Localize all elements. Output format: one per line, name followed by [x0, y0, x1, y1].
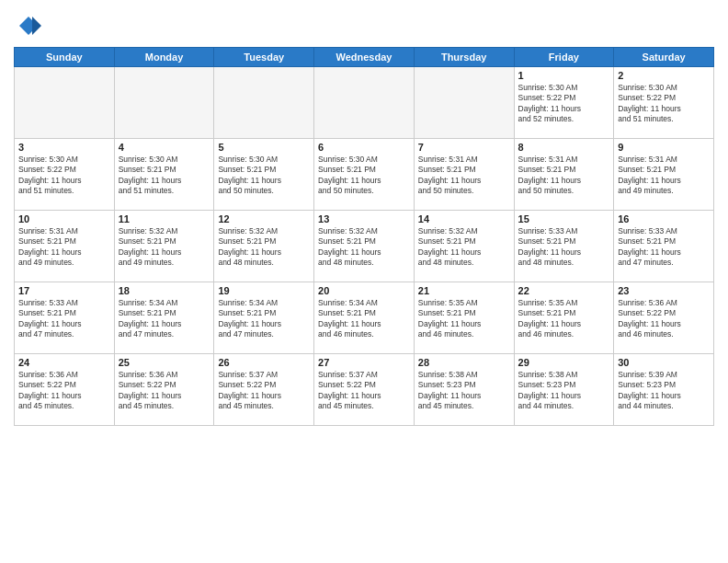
day-info: Sunrise: 5:34 AM Sunset: 5:21 PM Dayligh… [218, 298, 310, 340]
calendar-cell: 19Sunrise: 5:34 AM Sunset: 5:21 PM Dayli… [214, 282, 314, 353]
day-number: 28 [418, 357, 510, 368]
calendar-cell: 17Sunrise: 5:33 AM Sunset: 5:21 PM Dayli… [15, 282, 115, 353]
day-info: Sunrise: 5:31 AM Sunset: 5:21 PM Dayligh… [518, 155, 610, 197]
weekday-header: Friday [514, 47, 614, 66]
weekday-header: Sunday [15, 47, 115, 66]
weekday-header: Saturday [614, 47, 714, 66]
calendar-cell [15, 66, 115, 138]
day-number: 5 [218, 142, 310, 153]
calendar-cell [114, 66, 214, 138]
day-number: 17 [18, 285, 110, 296]
calendar-cell: 15Sunrise: 5:33 AM Sunset: 5:21 PM Dayli… [514, 210, 614, 282]
calendar-cell [214, 66, 314, 138]
day-number: 15 [518, 213, 610, 224]
day-number: 22 [518, 285, 610, 296]
day-info: Sunrise: 5:35 AM Sunset: 5:21 PM Dayligh… [418, 298, 510, 340]
day-number: 27 [318, 357, 410, 368]
day-info: Sunrise: 5:33 AM Sunset: 5:21 PM Dayligh… [518, 226, 610, 269]
logo [14, 13, 41, 43]
calendar-cell: 12Sunrise: 5:32 AM Sunset: 5:21 PM Dayli… [214, 210, 314, 282]
calendar-cell: 27Sunrise: 5:37 AM Sunset: 5:22 PM Dayli… [314, 353, 415, 425]
day-info: Sunrise: 5:37 AM Sunset: 5:22 PM Dayligh… [318, 370, 410, 412]
day-number: 19 [218, 285, 310, 296]
day-info: Sunrise: 5:30 AM Sunset: 5:22 PM Dayligh… [518, 83, 610, 125]
page: SundayMondayTuesdayWednesdayThursdayFrid… [0, 0, 728, 563]
day-number: 6 [318, 142, 410, 153]
calendar-week-row: 10Sunrise: 5:31 AM Sunset: 5:21 PM Dayli… [15, 210, 714, 282]
calendar-table: SundayMondayTuesdayWednesdayThursdayFrid… [14, 47, 714, 426]
day-info: Sunrise: 5:33 AM Sunset: 5:21 PM Dayligh… [618, 226, 710, 269]
day-number: 7 [418, 142, 510, 153]
calendar-cell: 11Sunrise: 5:32 AM Sunset: 5:21 PM Dayli… [114, 210, 214, 282]
day-info: Sunrise: 5:36 AM Sunset: 5:22 PM Dayligh… [119, 370, 210, 412]
day-info: Sunrise: 5:30 AM Sunset: 5:21 PM Dayligh… [218, 155, 310, 197]
day-info: Sunrise: 5:30 AM Sunset: 5:21 PM Dayligh… [318, 155, 410, 197]
weekday-header: Wednesday [314, 47, 415, 66]
day-info: Sunrise: 5:32 AM Sunset: 5:21 PM Dayligh… [218, 226, 310, 269]
day-number: 3 [18, 142, 110, 153]
calendar-week-row: 24Sunrise: 5:36 AM Sunset: 5:22 PM Dayli… [15, 353, 714, 425]
calendar-cell: 29Sunrise: 5:38 AM Sunset: 5:23 PM Dayli… [514, 353, 614, 425]
day-info: Sunrise: 5:32 AM Sunset: 5:21 PM Dayligh… [418, 226, 510, 269]
day-number: 12 [218, 213, 310, 224]
calendar-cell: 30Sunrise: 5:39 AM Sunset: 5:23 PM Dayli… [614, 353, 714, 425]
day-number: 16 [618, 213, 710, 224]
calendar-cell: 13Sunrise: 5:32 AM Sunset: 5:21 PM Dayli… [314, 210, 415, 282]
day-number: 8 [518, 142, 610, 153]
calendar-cell: 1Sunrise: 5:30 AM Sunset: 5:22 PM Daylig… [514, 66, 614, 138]
day-info: Sunrise: 5:30 AM Sunset: 5:22 PM Dayligh… [18, 155, 110, 197]
day-number: 4 [119, 142, 210, 153]
calendar-header-row: SundayMondayTuesdayWednesdayThursdayFrid… [15, 47, 714, 66]
day-info: Sunrise: 5:36 AM Sunset: 5:22 PM Dayligh… [618, 298, 710, 340]
calendar-cell [314, 66, 415, 138]
svg-marker-1 [32, 17, 41, 35]
day-info: Sunrise: 5:32 AM Sunset: 5:21 PM Dayligh… [318, 226, 410, 269]
day-info: Sunrise: 5:38 AM Sunset: 5:23 PM Dayligh… [418, 370, 510, 412]
calendar-cell: 25Sunrise: 5:36 AM Sunset: 5:22 PM Dayli… [114, 353, 214, 425]
header [14, 9, 714, 43]
day-number: 26 [218, 357, 310, 368]
calendar-week-row: 1Sunrise: 5:30 AM Sunset: 5:22 PM Daylig… [15, 66, 714, 138]
day-info: Sunrise: 5:38 AM Sunset: 5:23 PM Dayligh… [518, 370, 610, 412]
weekday-header: Thursday [414, 47, 514, 66]
calendar-cell: 24Sunrise: 5:36 AM Sunset: 5:22 PM Dayli… [15, 353, 115, 425]
calendar-cell: 7Sunrise: 5:31 AM Sunset: 5:21 PM Daylig… [414, 138, 514, 210]
calendar-cell: 23Sunrise: 5:36 AM Sunset: 5:22 PM Dayli… [614, 282, 714, 353]
calendar-cell: 28Sunrise: 5:38 AM Sunset: 5:23 PM Dayli… [414, 353, 514, 425]
day-info: Sunrise: 5:30 AM Sunset: 5:22 PM Dayligh… [618, 83, 710, 125]
day-number: 11 [119, 213, 210, 224]
calendar-cell: 6Sunrise: 5:30 AM Sunset: 5:21 PM Daylig… [314, 138, 415, 210]
day-info: Sunrise: 5:31 AM Sunset: 5:21 PM Dayligh… [418, 155, 510, 197]
day-number: 30 [618, 357, 710, 368]
calendar-cell: 5Sunrise: 5:30 AM Sunset: 5:21 PM Daylig… [214, 138, 314, 210]
calendar-cell [414, 66, 514, 138]
calendar-cell: 2Sunrise: 5:30 AM Sunset: 5:22 PM Daylig… [614, 66, 714, 138]
calendar-cell: 8Sunrise: 5:31 AM Sunset: 5:21 PM Daylig… [514, 138, 614, 210]
calendar-cell: 10Sunrise: 5:31 AM Sunset: 5:21 PM Dayli… [15, 210, 115, 282]
day-info: Sunrise: 5:31 AM Sunset: 5:21 PM Dayligh… [18, 226, 110, 269]
day-number: 10 [18, 213, 110, 224]
day-info: Sunrise: 5:37 AM Sunset: 5:22 PM Dayligh… [218, 370, 310, 412]
weekday-header: Tuesday [214, 47, 314, 66]
calendar-cell: 18Sunrise: 5:34 AM Sunset: 5:21 PM Dayli… [114, 282, 214, 353]
logo-icon [16, 13, 41, 39]
day-info: Sunrise: 5:39 AM Sunset: 5:23 PM Dayligh… [618, 370, 710, 412]
day-number: 23 [618, 285, 710, 296]
calendar-cell: 20Sunrise: 5:34 AM Sunset: 5:21 PM Dayli… [314, 282, 415, 353]
day-info: Sunrise: 5:32 AM Sunset: 5:21 PM Dayligh… [119, 226, 210, 269]
day-number: 25 [119, 357, 210, 368]
day-number: 14 [418, 213, 510, 224]
calendar-week-row: 3Sunrise: 5:30 AM Sunset: 5:22 PM Daylig… [15, 138, 714, 210]
day-info: Sunrise: 5:30 AM Sunset: 5:21 PM Dayligh… [119, 155, 210, 197]
day-number: 13 [318, 213, 410, 224]
calendar-cell: 26Sunrise: 5:37 AM Sunset: 5:22 PM Dayli… [214, 353, 314, 425]
day-info: Sunrise: 5:35 AM Sunset: 5:21 PM Dayligh… [518, 298, 610, 340]
calendar-cell: 21Sunrise: 5:35 AM Sunset: 5:21 PM Dayli… [414, 282, 514, 353]
day-info: Sunrise: 5:36 AM Sunset: 5:22 PM Dayligh… [18, 370, 110, 412]
calendar-cell: 9Sunrise: 5:31 AM Sunset: 5:21 PM Daylig… [614, 138, 714, 210]
calendar-cell: 14Sunrise: 5:32 AM Sunset: 5:21 PM Dayli… [414, 210, 514, 282]
day-number: 9 [618, 142, 710, 153]
day-number: 29 [518, 357, 610, 368]
day-info: Sunrise: 5:34 AM Sunset: 5:21 PM Dayligh… [119, 298, 210, 340]
day-number: 2 [618, 70, 710, 81]
